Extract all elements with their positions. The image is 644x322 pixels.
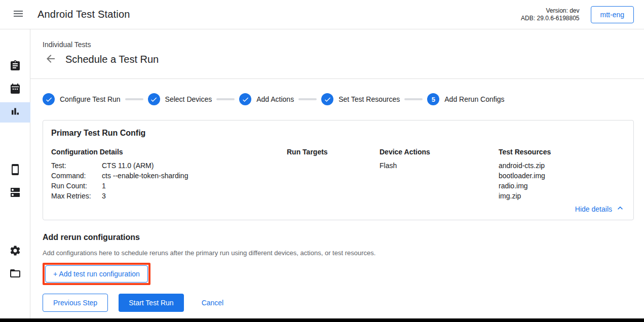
hide-details-button[interactable]: Hide details [575,203,625,215]
version-info: Version: dev ADB: 29.0.6-6198805 [521,7,579,22]
side-navigation [0,29,30,322]
column-header: Test Resources [499,148,625,156]
card-title: Primary Test Run Config [51,129,625,138]
step-configure-test-run[interactable]: Configure Test Run [43,93,121,105]
device-action-item: Flash [380,160,499,171]
top-app-bar: Android Test Station Version: dev ADB: 2… [0,0,644,29]
rerun-configurations-section: Add rerun configurations Add configurati… [30,220,644,285]
menu-button[interactable] [10,7,26,23]
start-test-run-button[interactable]: Start Test Run [119,294,183,312]
gear-icon [9,245,21,259]
column-header: Configuration Details [51,148,287,156]
app-root: Android Test Station Version: dev ADB: 2… [0,0,644,322]
step-number-badge: 5 [427,93,439,105]
bar-chart-icon [9,105,21,119]
app-title: Android Test Station [37,9,130,20]
chevron-up-icon [612,203,625,215]
version-label: Version: dev [521,7,579,15]
test-resource-item: bootloader.img [499,171,625,181]
smartphone-icon [9,164,21,178]
clipboard-icon [9,60,21,74]
sidebar-item-file-browser[interactable] [0,264,30,285]
storage-icon [9,186,21,200]
hide-details-label: Hide details [575,205,612,213]
step-label: Configure Test Run [60,95,121,103]
main-content: Individual Tests Schedule a Test Run [30,29,644,322]
config-row-label: Run Count: [51,181,102,191]
sidebar-item-test-plans[interactable] [0,79,30,100]
hamburger-menu-icon [12,8,24,21]
breadcrumb: Individual Tests [43,41,644,49]
test-resources-column: Test Resources android-cts.zip bootloade… [499,148,625,201]
page-title: Schedule a Test Run [65,54,159,65]
sidebar-item-devices[interactable] [0,160,30,181]
test-resource-item: img.zip [499,191,625,201]
run-targets-column: Run Targets [287,148,380,201]
sidebar-item-test-suites[interactable] [0,57,30,77]
check-icon [43,93,55,105]
folder-icon [9,267,21,281]
test-resource-item: radio.img [499,181,625,191]
step-add-actions[interactable]: Add Actions [239,93,294,105]
sidebar-item-hosts[interactable] [0,183,30,204]
sidebar-item-settings[interactable] [0,242,30,262]
page-header: Individual Tests Schedule a Test Run [30,29,644,79]
step-label: Add Rerun Configs [444,95,504,103]
attention-highlight-box: + Add test run configuration [43,263,150,285]
column-header: Run Targets [287,148,380,156]
column-header: Device Actions [380,148,499,156]
device-actions-column: Device Actions Flash [380,148,499,201]
step-connector [216,98,235,100]
step-set-test-resources[interactable]: Set Test Resources [321,93,400,105]
footer-actions: Previous Step Start Test Run Cancel [30,294,644,312]
back-button[interactable] [45,53,57,65]
config-row-value: cts --enable-token-sharding [102,171,287,181]
test-resource-item: android-cts.zip [499,160,625,171]
step-label: Select Devices [165,95,212,103]
previous-step-button[interactable]: Previous Step [43,294,108,312]
add-test-run-configuration-button[interactable]: + Add test run configuration [45,265,148,283]
config-row-value: 3 [102,191,287,201]
rerun-section-description: Add configurations here to schedule reru… [43,249,644,257]
account-button[interactable]: mtt-eng [591,6,634,23]
rerun-section-title: Add rerun configurations [43,233,644,242]
config-row-value: 1 [102,181,287,191]
sidebar-item-test-runs[interactable] [0,102,30,123]
bottom-black-bar [0,318,644,322]
configuration-details-column: Configuration Details Test: CTS 11.0 (AR… [51,148,287,201]
arrow-back-icon [45,53,57,66]
step-connector [125,98,143,100]
config-row-label: Test: [51,160,102,171]
config-row-label: Command: [51,171,102,181]
step-select-devices[interactable]: Select Devices [148,93,212,105]
config-row-value: CTS 11.0 (ARM) [102,160,287,171]
step-connector [404,98,423,100]
calendar-icon [9,83,21,97]
step-label: Set Test Resources [338,95,400,103]
check-icon [148,93,160,105]
adb-version-label: ADB: 29.0.6-6198805 [521,15,579,22]
step-number: 5 [432,96,435,103]
stepper: Configure Test Run Select Devices Add Ac… [30,79,644,105]
primary-test-run-config-card: Primary Test Run Config Configuration De… [43,120,634,220]
check-icon [239,93,251,105]
check-icon [321,93,333,105]
cancel-button[interactable]: Cancel [194,294,232,312]
step-label: Add Actions [256,95,294,103]
step-connector [298,98,317,100]
step-add-rerun-configs[interactable]: 5 Add Rerun Configs [427,93,504,105]
config-row-label: Max Retries: [51,191,102,201]
